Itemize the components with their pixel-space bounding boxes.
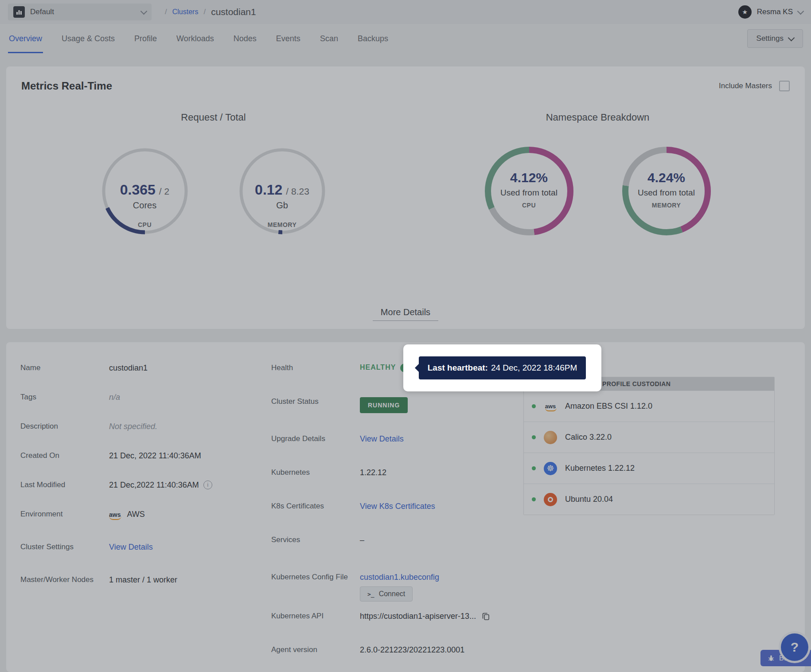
namespace-donuts: 4.12% Used from total CPU 4.24% Used fro…	[483, 145, 713, 238]
tab-nodes[interactable]: Nodes	[233, 24, 257, 53]
connect-button[interactable]: >_ Connect	[360, 586, 413, 602]
include-masters-label: Include Masters	[719, 82, 772, 90]
detail-row-kubernetes-api: Kubernetes API https://custodian1-apiser…	[271, 612, 490, 645]
cluster-settings-view-details-link[interactable]: View Details	[109, 543, 153, 552]
project-selector[interactable]: Default	[8, 4, 152, 20]
memory-unit: Gb	[276, 200, 288, 211]
aws-icon: aws	[544, 400, 557, 413]
detail-label: Upgrade Details	[271, 434, 360, 443]
kubernetes-api-url: https://custodian1-apiserver-13...	[360, 612, 476, 621]
breadcrumb-separator: /	[203, 8, 206, 16]
namespace-cpu-percent: 4.12%	[510, 170, 548, 185]
memory-gauge-label: MEMORY	[268, 221, 296, 228]
detail-row-cluster-status: Cluster Status RUNNING	[271, 397, 490, 434]
memory-total-value: / 8.23	[286, 186, 309, 197]
status-dot	[532, 404, 536, 408]
settings-button-label: Settings	[756, 34, 784, 43]
avatar: ★	[738, 5, 752, 19]
metrics-title: Metrics Real-Time	[21, 80, 112, 92]
info-icon[interactable]: i	[203, 481, 212, 489]
infra-item-name: Amazon EBS CSI 1.12.0	[565, 402, 652, 411]
breadcrumb-clusters-link[interactable]: Clusters	[172, 8, 199, 16]
namespace-memory-caption: Used from total	[638, 188, 695, 198]
include-masters-toggle[interactable]: Include Masters	[719, 81, 790, 91]
detail-label: Created On	[20, 451, 109, 460]
namespace-breakdown-section: Namespace Breakdown 4.12% Used from tota…	[406, 112, 790, 238]
detail-label: Environment	[20, 510, 109, 519]
tab-profile[interactable]: Profile	[133, 24, 158, 53]
star-icon: ★	[742, 8, 748, 16]
detail-row-environment: Environment aws AWS	[20, 510, 212, 543]
detail-row-kubeconfig: Kubernetes Config File custodian1.kubeco…	[271, 573, 490, 612]
memory-request-value: 0.12	[255, 182, 282, 198]
detail-row-cluster-settings: Cluster Settings View Details	[20, 543, 212, 575]
tab-overview[interactable]: Overview	[8, 24, 43, 53]
infra-item-amazon-ebs-csi: aws Amazon EBS CSI 1.12.0	[524, 391, 774, 422]
view-k8s-certificates-link[interactable]: View K8s Certificates	[360, 502, 435, 511]
tab-backups[interactable]: Backups	[357, 24, 389, 53]
infra-item-calico: Calico 3.22.0	[524, 422, 774, 453]
detail-row-last-modified: Last Modified 21 Dec,2022 11:40:36AM i	[20, 481, 212, 510]
infra-item-name: Ubuntu 20.04	[565, 495, 613, 504]
status-dot	[532, 466, 536, 470]
tab-workloads[interactable]: Workloads	[175, 24, 215, 53]
request-total-title: Request / Total	[181, 112, 246, 123]
user-menu[interactable]: ★ Resma KS	[738, 5, 803, 19]
tab-scan[interactable]: Scan	[319, 24, 339, 53]
agent-version-value: 2.6.0-221223/20221223.0001	[360, 645, 464, 655]
cpu-unit: Cores	[133, 200, 156, 211]
namespace-memory-text: 4.24% Used from total MEMORY	[620, 145, 713, 238]
detail-label: Description	[20, 422, 109, 431]
chevron-down-icon	[140, 8, 148, 15]
infra-item-name: Calico 3.22.0	[565, 433, 612, 442]
kubeconfig-download-link[interactable]: custodian1.kubeconfig	[360, 573, 439, 582]
cpu-gauge: 0.365 / 2 Cores CPU	[98, 145, 191, 238]
top-bar: Default / Clusters / custodian1 ★ Resma …	[0, 0, 811, 24]
more-details-link[interactable]: More Details	[373, 307, 438, 321]
include-masters-checkbox[interactable]	[779, 81, 790, 91]
tooltip-label: Last heartbeat:	[428, 363, 488, 373]
memory-gauge: 0.12 / 8.23 Gb MEMORY	[236, 145, 329, 238]
detail-row-description: Description Not specified.	[20, 422, 212, 451]
detail-row-created-on: Created On 21 Dec, 2022 11:40:36AM	[20, 451, 212, 481]
detail-label: Kubernetes API	[271, 612, 360, 621]
tab-usage-costs[interactable]: Usage & Costs	[61, 24, 116, 53]
metrics-card: Metrics Real-Time Include Masters Reques…	[6, 66, 805, 329]
kubernetes-version-value: 1.22.12	[360, 468, 386, 477]
services-value: –	[360, 535, 364, 545]
terminal-icon: >_	[367, 591, 374, 598]
cpu-gauge-label: CPU	[138, 221, 152, 228]
cpu-total-value: / 2	[159, 186, 169, 197]
cpu-request-value: 0.365	[120, 182, 156, 198]
breadcrumb: / Clusters / custodian1	[165, 7, 256, 17]
more-details-container: More Details	[6, 307, 805, 317]
namespace-cpu-text: 4.12% Used from total CPU	[483, 145, 576, 238]
ubuntu-icon	[544, 493, 557, 506]
metrics-card-header: Metrics Real-Time Include Masters	[21, 80, 790, 92]
charts-area: Request / Total 0.365 / 2 Cores CPU	[21, 112, 790, 238]
user-name: Resma KS	[757, 8, 793, 16]
infrastructure-profile-panel: INFRASTRUCTURE PROFILE CUSTODIAN aws Ama…	[523, 377, 775, 515]
metrics-chart-icon	[13, 6, 25, 18]
detail-row-k8s-certificates: K8s Certificates View K8s Certificates	[271, 502, 490, 535]
calico-icon	[544, 431, 557, 444]
status-dot	[532, 497, 536, 501]
chevron-down-icon	[788, 34, 795, 41]
namespace-cpu-label: CPU	[522, 202, 536, 209]
tooltip-spotlight: Last heartbeat: 24 Dec, 2022 18:46PM	[403, 344, 601, 391]
namespace-memory-label: MEMORY	[652, 202, 681, 209]
tooltip-value: 24 Dec, 2022 18:46PM	[491, 363, 577, 373]
tags-value: n/a	[109, 393, 120, 402]
detail-label: Master/Worker Nodes	[20, 575, 109, 584]
running-status-badge: RUNNING	[360, 397, 408, 413]
copy-icon[interactable]	[481, 612, 490, 622]
settings-button[interactable]: Settings	[747, 29, 803, 48]
tab-events[interactable]: Events	[275, 24, 301, 53]
help-button[interactable]: ?	[781, 633, 808, 661]
upgrade-view-details-link[interactable]: View Details	[360, 434, 404, 444]
description-value: Not specified.	[109, 422, 157, 431]
detail-row-agent-version: Agent version 2.6.0-221223/20221223.0001	[271, 645, 490, 672]
breadcrumb-current-cluster: custodian1	[211, 7, 256, 17]
namespace-memory-percent: 4.24%	[647, 170, 685, 185]
namespace-memory-donut: 4.24% Used from total MEMORY	[620, 145, 713, 238]
